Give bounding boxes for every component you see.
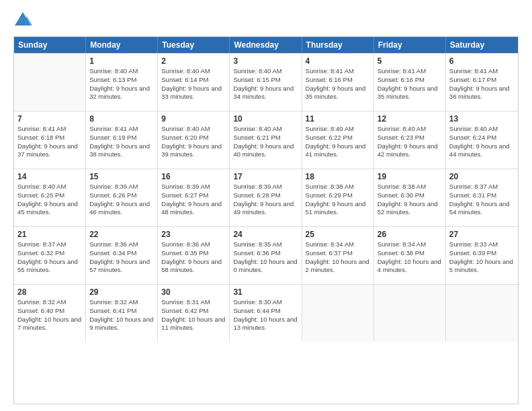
cell-text: Sunrise: 8:34 AMSunset: 6:38 PMDaylight:…: [378, 240, 442, 275]
calendar-body: 1Sunrise: 8:40 AMSunset: 6:13 PMDaylight…: [14, 53, 518, 342]
day-number: 23: [161, 230, 226, 239]
cell-text: Sunrise: 8:40 AMSunset: 6:23 PMDaylight:…: [378, 125, 442, 159]
calendar-header-cell: Saturday: [446, 37, 518, 53]
cell-text: Sunrise: 8:41 AMSunset: 6:17 PMDaylight:…: [449, 67, 515, 101]
day-number: 26: [378, 230, 442, 239]
calendar-cell: 6Sunrise: 8:41 AMSunset: 6:17 PMDaylight…: [446, 54, 518, 111]
day-number: 14: [17, 172, 82, 181]
cell-text: Sunrise: 8:35 AMSunset: 6:36 PMDaylight:…: [233, 240, 298, 275]
header: [13, 11, 519, 30]
calendar-row: 7Sunrise: 8:41 AMSunset: 6:18 PMDaylight…: [14, 111, 518, 169]
calendar-cell: 27Sunrise: 8:33 AMSunset: 6:39 PMDayligh…: [446, 227, 518, 284]
day-number: 18: [306, 172, 370, 181]
cell-text: Sunrise: 8:40 AMSunset: 6:13 PMDaylight:…: [89, 67, 154, 101]
cell-text: Sunrise: 8:40 AMSunset: 6:20 PMDaylight:…: [161, 125, 226, 159]
cell-text: Sunrise: 8:33 AMSunset: 6:39 PMDaylight:…: [449, 240, 515, 275]
cell-text: Sunrise: 8:39 AMSunset: 6:28 PMDaylight:…: [233, 183, 298, 217]
day-number: 30: [161, 287, 226, 297]
cell-text: Sunrise: 8:38 AMSunset: 6:30 PMDaylight:…: [378, 183, 442, 217]
calendar-cell: 26Sunrise: 8:34 AMSunset: 6:38 PMDayligh…: [374, 227, 446, 284]
calendar-row: 14Sunrise: 8:40 AMSunset: 6:25 PMDayligh…: [14, 169, 518, 226]
calendar-header: SundayMondayTuesdayWednesdayThursdayFrid…: [14, 37, 518, 53]
calendar-header-cell: Friday: [374, 37, 446, 53]
day-number: 28: [17, 287, 82, 297]
calendar-cell: 10Sunrise: 8:40 AMSunset: 6:21 PMDayligh…: [230, 111, 302, 169]
day-number: 3: [233, 56, 298, 66]
calendar-cell: 7Sunrise: 8:41 AMSunset: 6:18 PMDaylight…: [14, 111, 86, 169]
cell-text: Sunrise: 8:40 AMSunset: 6:14 PMDaylight:…: [161, 67, 226, 101]
calendar-row: 21Sunrise: 8:37 AMSunset: 6:32 PMDayligh…: [14, 226, 518, 284]
cell-text: Sunrise: 8:41 AMSunset: 6:18 PMDaylight:…: [17, 125, 82, 159]
calendar-cell: 11Sunrise: 8:40 AMSunset: 6:22 PMDayligh…: [302, 111, 374, 169]
cell-text: Sunrise: 8:36 AMSunset: 6:34 PMDaylight:…: [89, 240, 154, 275]
calendar-cell: 31Sunrise: 8:30 AMSunset: 6:44 PMDayligh…: [230, 285, 302, 342]
day-number: 5: [378, 56, 442, 66]
calendar-header-cell: Sunday: [14, 37, 86, 53]
calendar-cell: 20Sunrise: 8:37 AMSunset: 6:31 PMDayligh…: [446, 169, 518, 226]
calendar-cell: [302, 285, 374, 342]
logo: [13, 11, 34, 30]
calendar-cell: 23Sunrise: 8:36 AMSunset: 6:35 PMDayligh…: [158, 227, 230, 284]
cell-text: Sunrise: 8:41 AMSunset: 6:16 PMDaylight:…: [378, 67, 442, 101]
calendar-cell: 24Sunrise: 8:35 AMSunset: 6:36 PMDayligh…: [230, 227, 302, 284]
day-number: 27: [449, 230, 515, 239]
cell-text: Sunrise: 8:39 AMSunset: 6:27 PMDaylight:…: [161, 183, 226, 217]
cell-text: Sunrise: 8:37 AMSunset: 6:32 PMDaylight:…: [17, 240, 82, 275]
logo-icon: [13, 11, 32, 30]
calendar-cell: 5Sunrise: 8:41 AMSunset: 6:16 PMDaylight…: [374, 54, 446, 111]
day-number: 20: [449, 172, 515, 181]
cell-text: Sunrise: 8:40 AMSunset: 6:22 PMDaylight:…: [306, 125, 370, 159]
calendar-header-cell: Tuesday: [158, 37, 230, 53]
calendar-cell: 29Sunrise: 8:32 AMSunset: 6:41 PMDayligh…: [86, 285, 158, 342]
calendar-header-cell: Thursday: [302, 37, 374, 53]
day-number: 1: [89, 56, 154, 66]
calendar-cell: 9Sunrise: 8:40 AMSunset: 6:20 PMDaylight…: [158, 111, 230, 169]
cell-text: Sunrise: 8:32 AMSunset: 6:41 PMDaylight:…: [89, 298, 154, 332]
day-number: 17: [233, 172, 298, 181]
day-number: 9: [161, 114, 226, 124]
calendar-cell: 4Sunrise: 8:41 AMSunset: 6:16 PMDaylight…: [302, 54, 374, 111]
calendar-cell: 30Sunrise: 8:31 AMSunset: 6:42 PMDayligh…: [158, 285, 230, 342]
cell-text: Sunrise: 8:32 AMSunset: 6:40 PMDaylight:…: [17, 298, 82, 332]
calendar-cell: 16Sunrise: 8:39 AMSunset: 6:27 PMDayligh…: [158, 169, 230, 226]
calendar-cell: 19Sunrise: 8:38 AMSunset: 6:30 PMDayligh…: [374, 169, 446, 226]
calendar-cell: [446, 285, 518, 342]
cell-text: Sunrise: 8:40 AMSunset: 6:25 PMDaylight:…: [17, 183, 82, 217]
calendar-cell: 28Sunrise: 8:32 AMSunset: 6:40 PMDayligh…: [14, 285, 86, 342]
page: SundayMondayTuesdayWednesdayThursdayFrid…: [0, 0, 532, 411]
calendar-cell: [374, 285, 446, 342]
day-number: 13: [449, 114, 515, 124]
cell-text: Sunrise: 8:30 AMSunset: 6:44 PMDaylight:…: [233, 298, 298, 332]
day-number: 11: [306, 114, 370, 124]
calendar-cell: 3Sunrise: 8:40 AMSunset: 6:15 PMDaylight…: [230, 54, 302, 111]
day-number: 21: [17, 230, 82, 239]
calendar-cell: 15Sunrise: 8:39 AMSunset: 6:26 PMDayligh…: [86, 169, 158, 226]
day-number: 25: [306, 230, 370, 239]
cell-text: Sunrise: 8:41 AMSunset: 6:19 PMDaylight:…: [89, 125, 154, 159]
day-number: 31: [233, 287, 298, 297]
calendar-row: 1Sunrise: 8:40 AMSunset: 6:13 PMDaylight…: [14, 53, 518, 111]
cell-text: Sunrise: 8:39 AMSunset: 6:26 PMDaylight:…: [89, 183, 154, 217]
cell-text: Sunrise: 8:40 AMSunset: 6:21 PMDaylight:…: [233, 125, 298, 159]
day-number: 8: [89, 114, 154, 124]
calendar-cell: 17Sunrise: 8:39 AMSunset: 6:28 PMDayligh…: [230, 169, 302, 226]
day-number: 4: [306, 56, 370, 66]
calendar-row: 28Sunrise: 8:32 AMSunset: 6:40 PMDayligh…: [14, 284, 518, 342]
calendar-cell: 2Sunrise: 8:40 AMSunset: 6:14 PMDaylight…: [158, 54, 230, 111]
cell-text: Sunrise: 8:40 AMSunset: 6:15 PMDaylight:…: [233, 67, 298, 101]
cell-text: Sunrise: 8:31 AMSunset: 6:42 PMDaylight:…: [161, 298, 226, 332]
calendar-cell: 13Sunrise: 8:40 AMSunset: 6:24 PMDayligh…: [446, 111, 518, 169]
cell-text: Sunrise: 8:36 AMSunset: 6:35 PMDaylight:…: [161, 240, 226, 275]
day-number: 29: [89, 287, 154, 297]
calendar-cell: 12Sunrise: 8:40 AMSunset: 6:23 PMDayligh…: [374, 111, 446, 169]
calendar-cell: 21Sunrise: 8:37 AMSunset: 6:32 PMDayligh…: [14, 227, 86, 284]
calendar-header-cell: Monday: [86, 37, 158, 53]
calendar-cell: 1Sunrise: 8:40 AMSunset: 6:13 PMDaylight…: [86, 54, 158, 111]
day-number: 7: [17, 114, 82, 124]
day-number: 22: [89, 230, 154, 239]
day-number: 12: [378, 114, 442, 124]
day-number: 2: [161, 56, 226, 66]
cell-text: Sunrise: 8:40 AMSunset: 6:24 PMDaylight:…: [449, 125, 515, 159]
calendar-cell: 25Sunrise: 8:34 AMSunset: 6:37 PMDayligh…: [302, 227, 374, 284]
cell-text: Sunrise: 8:41 AMSunset: 6:16 PMDaylight:…: [306, 67, 370, 101]
